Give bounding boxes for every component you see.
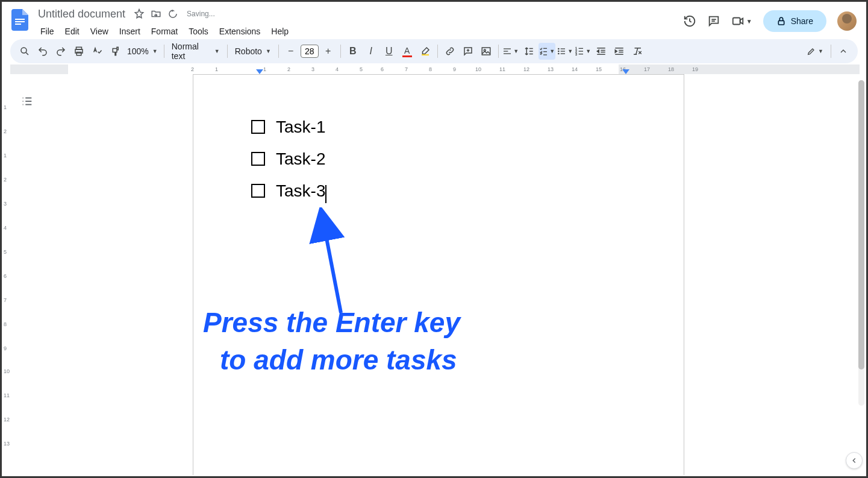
underline-icon[interactable]: U: [381, 43, 398, 60]
checkbox-icon[interactable]: [251, 120, 265, 134]
task-text[interactable]: Task-1: [276, 111, 325, 143]
vertical-ruler[interactable]: 1 2 1 2 3 4 5 6 7 8 9 10 11 12 13: [2, 74, 11, 475]
clear-format-icon[interactable]: [629, 43, 646, 60]
chevron-down-icon: ▼: [152, 48, 158, 54]
separator: [831, 45, 831, 58]
increase-font-size-icon[interactable]: +: [320, 43, 337, 60]
zoom-value: 100%: [127, 46, 149, 56]
svg-rect-1: [15, 21, 25, 22]
italic-icon[interactable]: I: [363, 43, 379, 60]
comments-icon[interactable]: [707, 14, 720, 28]
separator: [437, 45, 438, 58]
menu-file[interactable]: File: [36, 24, 59, 39]
chevron-down-icon: ▼: [585, 48, 591, 54]
undo-icon[interactable]: [34, 43, 51, 60]
svg-rect-2: [15, 24, 21, 25]
separator: [164, 45, 164, 58]
menu-help[interactable]: Help: [266, 24, 293, 39]
checkbox-icon[interactable]: [251, 184, 265, 198]
menu-format[interactable]: Format: [146, 24, 183, 39]
decrease-indent-icon[interactable]: [593, 43, 610, 60]
separator: [227, 45, 228, 58]
menu-view[interactable]: View: [86, 24, 113, 39]
checklist-item[interactable]: Task-2: [251, 143, 626, 175]
menu-tools[interactable]: Tools: [184, 24, 213, 39]
menu-edit[interactable]: Edit: [60, 24, 84, 39]
chevron-down-icon: ▼: [266, 48, 271, 54]
document-body[interactable]: Task-1 Task-2 Task-3: [193, 75, 684, 244]
separator: [340, 45, 341, 58]
scrollbar-thumb[interactable]: [858, 80, 864, 370]
svg-point-27: [558, 51, 560, 52]
font-value: Roboto: [235, 46, 262, 56]
share-button[interactable]: Share: [763, 10, 826, 32]
svg-point-7: [21, 48, 27, 53]
checkbox-icon[interactable]: [251, 152, 265, 166]
checklist-icon[interactable]: ▼: [539, 43, 555, 60]
document-page[interactable]: Task-1 Task-2 Task-3: [193, 74, 684, 475]
document-title[interactable]: Untitled document: [36, 8, 128, 20]
insert-image-icon[interactable]: [478, 43, 495, 60]
svg-text:3: 3: [576, 53, 578, 56]
collapse-toolbar-icon[interactable]: [835, 43, 852, 60]
menu-insert[interactable]: Insert: [114, 24, 145, 39]
checklist-item[interactable]: Task-1: [251, 111, 626, 143]
user-avatar[interactable]: [837, 11, 857, 31]
horizontal-ruler[interactable]: 2 1 1 2 3 4 5 6 7 8 9 10 11 12 13 14 15 …: [10, 64, 866, 74]
svg-rect-50: [619, 64, 860, 74]
star-icon[interactable]: [134, 8, 145, 19]
line-spacing-icon[interactable]: [520, 43, 537, 60]
paragraph-style-select[interactable]: Normal text▼: [168, 42, 223, 61]
svg-rect-15: [482, 48, 490, 55]
editing-mode-icon[interactable]: ▼: [803, 43, 827, 60]
toolbar: 100%▼ Normal text▼ Roboto▼ − + B I U A ▼…: [10, 39, 858, 63]
chevron-down-icon: ▼: [549, 48, 555, 54]
bulleted-list-icon[interactable]: ▼: [557, 43, 573, 60]
vertical-scrollbar[interactable]: [858, 80, 864, 406]
svg-rect-30: [561, 51, 565, 51]
zoom-select[interactable]: 100%▼: [125, 46, 160, 56]
highlight-icon[interactable]: [417, 43, 434, 60]
svg-rect-49: [10, 64, 68, 74]
checklist-item[interactable]: Task-3: [251, 175, 626, 207]
task-text[interactable]: Task-2: [276, 143, 325, 175]
lock-icon: [776, 16, 786, 26]
cloud-sync-icon[interactable]: [167, 8, 178, 19]
text-color-icon[interactable]: A: [399, 43, 416, 60]
svg-rect-29: [561, 48, 565, 49]
history-icon[interactable]: [683, 14, 696, 28]
task-text[interactable]: Task-3: [276, 181, 325, 200]
link-icon[interactable]: [442, 43, 458, 60]
menu-bar: File Edit View Insert Format Tools Exten…: [36, 22, 683, 40]
share-label: Share: [791, 16, 813, 26]
chevron-down-icon: ▼: [513, 48, 519, 54]
font-select[interactable]: Roboto▼: [231, 46, 275, 56]
svg-rect-31: [561, 53, 565, 54]
style-value: Normal text: [172, 42, 211, 61]
increase-indent-icon[interactable]: [611, 43, 628, 60]
bold-icon[interactable]: B: [345, 43, 361, 60]
chevron-down-icon: ▼: [214, 48, 220, 54]
save-status: Saving...: [187, 10, 215, 18]
paint-format-icon[interactable]: [107, 43, 123, 60]
menu-extensions[interactable]: Extensions: [214, 24, 265, 39]
numbered-list-icon[interactable]: 123▼: [575, 43, 592, 60]
add-comment-icon[interactable]: [460, 43, 476, 60]
svg-rect-5: [732, 18, 740, 25]
ruler-svg: [10, 64, 866, 74]
chevron-down-icon: ▼: [818, 48, 823, 54]
redo-icon[interactable]: [52, 43, 69, 60]
meet-icon[interactable]: ▼: [731, 14, 752, 28]
app-header: Untitled document Saving... File Edit Vi…: [2, 2, 866, 38]
text-cursor: [325, 185, 326, 203]
print-icon[interactable]: [70, 43, 87, 60]
docs-logo[interactable]: [8, 8, 32, 32]
spellcheck-icon[interactable]: [89, 43, 105, 60]
side-panel-toggle-icon[interactable]: [846, 452, 863, 469]
move-folder-icon[interactable]: [151, 8, 161, 19]
search-menus-icon[interactable]: [16, 43, 33, 60]
annotation-text: Press the Enter key to add more tasks: [203, 304, 460, 379]
font-size-input[interactable]: [301, 45, 319, 58]
align-icon[interactable]: ▼: [502, 43, 519, 60]
decrease-font-size-icon[interactable]: −: [283, 43, 299, 60]
